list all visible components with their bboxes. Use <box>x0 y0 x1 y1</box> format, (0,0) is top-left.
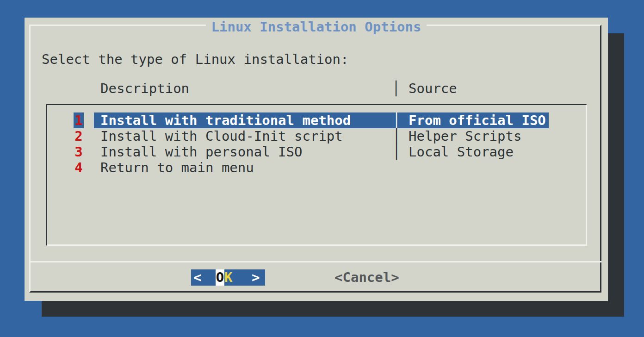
menu-item-source: Local Storage <box>409 144 514 160</box>
row-separator-glyph: │ <box>392 112 401 128</box>
prompt-text: Select the type of Linux installation: <box>42 51 348 67</box>
menu-item-1-traditional[interactable]: 1 Install with traditional method │ From… <box>25 112 608 128</box>
row-separator-glyph: │ <box>392 144 401 160</box>
menu-item-description: Return to main menu <box>100 160 254 175</box>
menu-item-4-return[interactable]: 4 Return to main menu <box>25 160 608 175</box>
row-separator-glyph: │ <box>392 128 401 144</box>
menu-item-description: Install with personal ISO <box>100 144 303 160</box>
ok-button[interactable]: < O K > <box>191 269 265 286</box>
menu-item-band: Return to main menu <box>94 160 549 175</box>
cancel-button[interactable]: <Cancel> <box>334 269 399 286</box>
menu-item-number: 2 <box>74 128 84 144</box>
menu-item-band: Install with personal ISO │ Local Storag… <box>94 144 549 160</box>
ok-left-bracket: < <box>193 269 201 286</box>
menu-item-highlight-band: Install with traditional method │ From o… <box>94 112 549 128</box>
menu-item-band: Install with Cloud-Init script │ Helper … <box>94 128 549 144</box>
ok-right-bracket: > <box>252 269 260 286</box>
dialog-box: Linux Installation Options Select the ty… <box>25 18 608 301</box>
menu-item-number: 1 <box>74 112 84 128</box>
menu-item-number: 3 <box>74 144 84 160</box>
dialog-title: Linux Installation Options <box>206 19 427 35</box>
menu-item-2-cloud-init[interactable]: 2 Install with Cloud-Init script │ Helpe… <box>25 128 608 144</box>
column-separator-glyph: │ <box>392 81 400 96</box>
menu-item-description: Install with traditional method <box>100 112 351 128</box>
menu-item-source: From official ISO <box>409 112 546 128</box>
column-headers: Description │ Source <box>25 81 608 96</box>
menu-item-3-personal-iso[interactable]: 3 Install with personal ISO │ Local Stor… <box>25 144 608 160</box>
menu-item-number: 4 <box>74 160 84 175</box>
terminal-screen: Linux Installation Options Select the ty… <box>0 0 644 337</box>
ok-cursor-char: O <box>216 269 224 286</box>
menu-item-source: Helper Scripts <box>409 128 521 144</box>
column-header-description: Description <box>100 81 189 96</box>
ok-hotkey-char: K <box>224 269 232 286</box>
menu-item-description: Install with Cloud-Init script <box>100 128 343 144</box>
button-area-separator-line <box>29 261 601 262</box>
column-header-source: Source <box>409 81 457 96</box>
